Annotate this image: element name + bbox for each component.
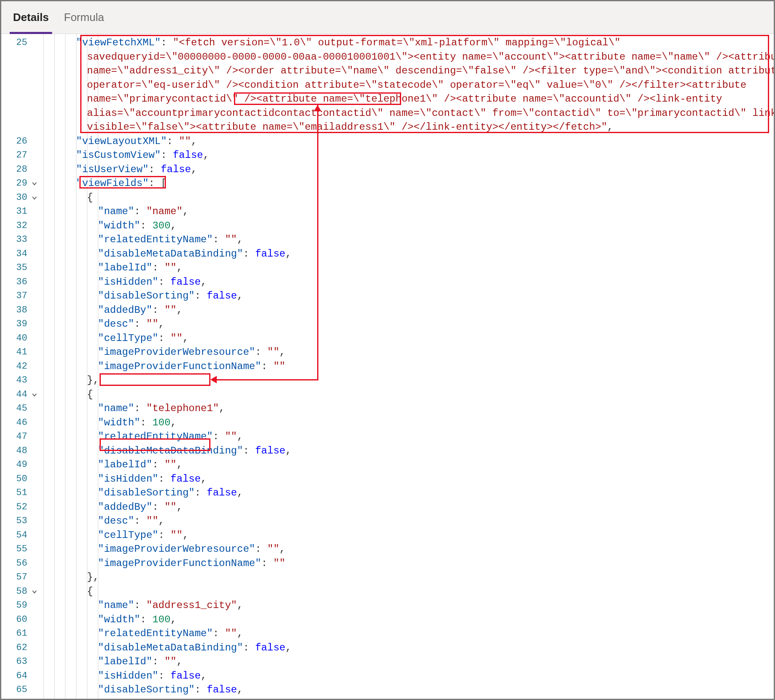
token-key: "relatedEntityName" (98, 628, 213, 639)
token-num: 100 (152, 417, 171, 428)
token-punc: : (255, 543, 267, 555)
token-punc: : (152, 656, 165, 667)
token-punc: : (152, 501, 165, 513)
code-line[interactable]: "disableMetaDataBinding": false, (98, 247, 770, 261)
code-line[interactable]: "isUserView": false, (76, 163, 770, 177)
code-line[interactable]: "labelId": "", (98, 261, 770, 275)
code-line[interactable]: "disableMetaDataBinding": false, (98, 444, 770, 458)
token-str: "" (146, 318, 158, 330)
token-punc: : (158, 670, 171, 682)
code-line[interactable]: "width": 100, (98, 613, 770, 627)
code-line[interactable]: "viewLayoutXML": "", (76, 134, 770, 149)
line-number: 28 (1, 163, 27, 177)
code-line[interactable]: "width": 100, (98, 416, 770, 430)
fold-chevron-icon[interactable] (31, 587, 40, 596)
code-line[interactable]: "disableMetaDataBinding": false, (98, 641, 770, 655)
code-line[interactable]: "desc": "", (98, 514, 770, 528)
token-key: "imageProviderWebresource" (98, 346, 255, 358)
code-line[interactable]: "disableSorting": false, (98, 683, 770, 697)
code-line[interactable]: "disableSorting": false, (98, 289, 770, 303)
token-punc: : (134, 318, 146, 330)
code-line[interactable]: "disableSorting": false, (98, 486, 770, 500)
code-line[interactable]: { (87, 191, 770, 205)
code-line[interactable]: "isHidden": false, (98, 275, 770, 289)
code-line[interactable]: alias=\"accountprimarycontactidcontactco… (87, 106, 770, 121)
token-key: "imageProviderFunctionName" (98, 558, 261, 569)
token-key: "isHidden" (98, 473, 158, 485)
code-line[interactable]: "imageProviderFunctionName": "" (98, 359, 770, 374)
code-line[interactable]: "cellType": "", (98, 331, 770, 346)
editor-area[interactable]: 2526272829303132333435363738394041424344… (1, 34, 774, 699)
line-number: 60 (1, 613, 27, 627)
code-line[interactable]: "cellType": "", (98, 528, 770, 543)
code-line[interactable]: "labelId": "", (98, 458, 770, 472)
code-line[interactable]: name=\"address1_city\" /><order attribut… (87, 64, 770, 78)
token-key: "imageProviderWebresource" (98, 543, 255, 555)
fold-chevron-icon[interactable] (31, 179, 40, 188)
code-line[interactable]: "addedBy": "", (98, 303, 770, 317)
token-punc: : (152, 262, 165, 273)
line-number: 25 (1, 36, 27, 50)
token-str: savedqueryid=\"00000000-0000-0000-00aa-0… (87, 51, 774, 63)
code-line[interactable]: "name": "name", (98, 204, 770, 219)
token-key: "addedBy" (98, 501, 152, 513)
code-line[interactable]: "desc": "", (98, 317, 770, 331)
token-str: "" (164, 262, 176, 273)
code-line[interactable]: "relatedEntityName": "", (98, 627, 770, 641)
code-line[interactable]: "addedBy": "", (98, 697, 770, 699)
tab-formula[interactable]: Formula (56, 1, 111, 34)
token-bool: false (173, 149, 203, 161)
token-key: "disableMetaDataBinding" (98, 642, 243, 653)
code-line[interactable]: name=\"primarycontactid\" /><attribute n… (87, 92, 770, 106)
code-line[interactable]: "isHidden": false, (98, 669, 770, 683)
code-line[interactable]: "name": "telephone1", (98, 401, 770, 416)
code-line[interactable]: "relatedEntityName": "", (98, 430, 770, 444)
code-line[interactable]: "relatedEntityName": "", (98, 233, 770, 247)
token-str: "" (267, 543, 279, 555)
token-punc: , (237, 234, 243, 245)
code-line[interactable]: "addedBy": "", (98, 500, 770, 514)
code-line[interactable]: { (87, 585, 770, 599)
token-key: "labelId" (98, 656, 152, 667)
token-punc: : (243, 248, 255, 260)
code-line[interactable]: "imageProviderWebresource": "", (98, 542, 770, 556)
token-key: "labelId" (98, 262, 152, 273)
code-line[interactable]: "labelId": "", (98, 655, 770, 669)
code-editor[interactable]: 2526272829303132333435363738394041424344… (1, 34, 774, 699)
code-line[interactable]: "viewFetchXML": "<fetch version=\"1.0\" … (76, 36, 770, 50)
code-line[interactable]: visible=\"false\"><attribute name=\"emai… (87, 120, 770, 134)
token-key: "width" (98, 614, 140, 625)
token-punc: : (152, 304, 165, 316)
code-line[interactable]: "isCustomView": false, (76, 148, 770, 163)
token-bool: false (171, 473, 201, 485)
line-number: 29 (1, 176, 27, 191)
code-line[interactable]: operator=\"eq-userid\" /><condition attr… (87, 78, 770, 92)
code-line[interactable]: "isHidden": false, (98, 472, 770, 486)
code-line[interactable]: }, (87, 570, 770, 585)
fold-chevron-icon[interactable] (31, 193, 40, 202)
token-punc: , (285, 248, 291, 260)
token-punc: }, (87, 572, 99, 583)
code-line[interactable]: "viewFields": [ (76, 176, 770, 191)
token-bool: false (255, 642, 285, 653)
token-punc: : (213, 628, 225, 639)
code-line[interactable]: savedqueryid=\"00000000-0000-0000-00aa-0… (87, 50, 770, 64)
fold-chevron-icon[interactable] (31, 390, 40, 399)
token-key: "isCustomView" (76, 149, 161, 161)
tab-details[interactable]: Details (5, 1, 56, 34)
code-line[interactable]: "name": "address1_city", (98, 598, 770, 613)
line-number: 59 (1, 598, 27, 613)
token-str: "<fetch version=\"1.0\" output-format=\"… (173, 37, 620, 48)
code-line[interactable]: { (87, 388, 770, 402)
token-str: "" (225, 431, 237, 442)
annotation-arrowhead-left (210, 376, 217, 383)
tab-bar: Details Formula (1, 1, 774, 34)
code-line[interactable]: "imageProviderFunctionName": "" (98, 556, 770, 571)
token-num: 100 (152, 614, 171, 625)
code-line[interactable]: "width": 300, (98, 219, 770, 233)
token-punc: , (237, 431, 243, 442)
code-line[interactable]: }, (87, 373, 770, 388)
token-punc: }, (87, 375, 99, 386)
token-punc: , (201, 670, 207, 682)
code-line[interactable]: "imageProviderWebresource": "", (98, 345, 770, 359)
